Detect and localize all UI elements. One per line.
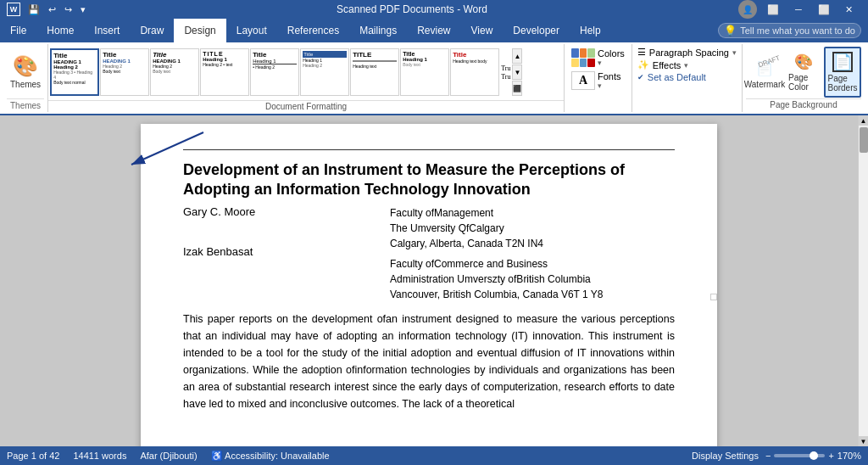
undo-button[interactable]: ↩: [46, 3, 58, 17]
colors-label: Colors: [598, 48, 625, 59]
style-body-9: Heading text body: [453, 59, 497, 64]
close-button[interactable]: ✕: [837, 0, 861, 19]
fonts-label-container: Fonts ▾: [598, 71, 621, 90]
watermark-button[interactable]: 📄 DRAFT Watermark: [746, 47, 783, 98]
tab-review[interactable]: Review: [407, 19, 460, 42]
zoom-thumb[interactable]: [810, 451, 818, 460]
page-color-button[interactable]: 🎨 Page Color: [785, 47, 822, 98]
user-avatar: 👤: [738, 0, 757, 19]
scrollbar-thumb[interactable]: [860, 127, 868, 153]
gallery-scroll-up[interactable]: ▲: [512, 48, 522, 64]
set-as-default-button[interactable]: ✔ Set as Default: [637, 72, 737, 82]
main-area: Development of an Instrument to Measure …: [0, 115, 868, 446]
tab-insert[interactable]: Insert: [84, 19, 130, 42]
tab-help[interactable]: Help: [570, 19, 611, 42]
themes-button[interactable]: 🎨 Themes: [7, 46, 44, 97]
minimize-button[interactable]: ─: [787, 0, 810, 19]
style-text-3: Body text: [153, 69, 197, 74]
affiliation1-line3: Calgary, Alberta, Canada T2N IN4: [390, 236, 675, 251]
style-title-3: Title: [153, 51, 197, 59]
style-body-1: Heading 3 • Heading 4: [53, 70, 96, 80]
status-left: Page 1 of 42 14411 words Afar (Djibouti)…: [7, 451, 330, 462]
scrollbar-track[interactable]: [860, 126, 868, 436]
style-divider-7: [353, 60, 397, 62]
tab-file[interactable]: File: [0, 19, 36, 42]
paragraph-spacing-content: ☰ Paragraph Spacing ▾ ✨ Effects ▾ ✔ Set …: [637, 47, 737, 109]
page-corner-mark: [710, 294, 717, 300]
tab-design[interactable]: Design: [174, 19, 225, 42]
style-title-1: Title: [53, 52, 96, 59]
document-page: Development of an Instrument to Measure …: [141, 124, 717, 446]
style-body-2: Body text: [103, 69, 147, 74]
author1-block: Gary C. Moore Izak Benbasat: [183, 205, 373, 302]
style-item-9[interactable]: Title Heading text body: [450, 48, 499, 96]
fonts-button[interactable]: A Fonts ▾: [570, 70, 626, 91]
effects-button[interactable]: ✨ Effects ▾: [637, 59, 737, 70]
title-bar: W 💾 ↩ ↪ ▾ Scanned PDF Documents - Word 👤…: [0, 0, 868, 19]
document-title-line1: Development of an Instrument to Measure …: [183, 161, 625, 178]
accessibility-status[interactable]: ♿ Accessibility: Unavailable: [211, 451, 330, 462]
style-item-8[interactable]: Title Heading 1 Body text: [400, 48, 449, 96]
style-body-text-1: Body text normal: [53, 80, 96, 85]
redo-button[interactable]: ↪: [62, 3, 75, 17]
vertical-scrollbar: ▲ ▼: [858, 115, 868, 446]
style-body-6: Heading 2: [303, 63, 347, 68]
ribbon-content: 🎨 Themes Themes Title HEADING 1 Heading …: [0, 42, 868, 114]
tell-me-container[interactable]: 💡 Tell me what you want to do: [718, 23, 861, 38]
status-bar: Page 1 of 42 14411 words Afar (Djibouti)…: [0, 446, 868, 465]
style-item-5[interactable]: Title Heading 1 • Heading 2: [250, 48, 299, 96]
scroll-up-button[interactable]: ▲: [859, 115, 869, 126]
colors-button[interactable]: Colors ▾: [570, 48, 626, 68]
zoom-level: 170%: [837, 451, 861, 461]
scroll-down-button[interactable]: ▼: [859, 436, 869, 446]
ribbon-group-colors-fonts: Colors ▾ A Fonts ▾: [564, 44, 632, 112]
fonts-label: Fonts: [598, 71, 621, 81]
set-as-default-label: Set as Default: [648, 72, 706, 82]
ribbon-header-right: 💡 Tell me what you want to do: [711, 19, 868, 42]
style-text-7: Heading text: [353, 64, 397, 69]
tab-references[interactable]: References: [277, 19, 349, 42]
style-body-8: Body text: [403, 62, 447, 67]
zoom-out-button[interactable]: −: [765, 451, 771, 461]
ribbon-tabs-bar: File Home Insert Draw Design Layout Refe…: [0, 19, 868, 42]
gallery-scroll-more[interactable]: ⬛: [512, 81, 522, 96]
ribbon-display-button[interactable]: ⬜: [761, 0, 785, 19]
tab-developer[interactable]: Developer: [503, 19, 570, 42]
swatch-yellow: [571, 59, 579, 68]
language-indicator[interactable]: Afar (Djibouti): [140, 451, 197, 461]
swatch-orange: [580, 48, 587, 58]
save-button[interactable]: 💾: [25, 3, 42, 17]
themes-label: Themes: [10, 80, 41, 89]
style-title-8: Title: [403, 51, 447, 57]
tab-view[interactable]: View: [461, 19, 504, 42]
document-title: Development of an Instrument to Measure …: [183, 160, 675, 200]
themes-icon: 🎨: [13, 54, 38, 78]
gallery-scroll-down[interactable]: ▼: [512, 64, 522, 80]
page-borders-label: Page Borders: [828, 74, 858, 92]
maximize-button[interactable]: ⬜: [812, 0, 836, 19]
paragraph-spacing-button[interactable]: ☰ Paragraph Spacing ▾: [637, 47, 737, 58]
display-settings[interactable]: Display Settings: [692, 451, 759, 461]
zoom-in-button[interactable]: +: [828, 451, 833, 461]
style-item-7[interactable]: TITLE Heading text: [350, 48, 399, 96]
style-heading-5: Heading 1: [253, 59, 297, 64]
user-account-button[interactable]: 👤: [736, 0, 760, 19]
tab-draw[interactable]: Draw: [130, 19, 174, 42]
style-item-6[interactable]: Title Heading 1 Heading 2: [300, 48, 349, 96]
style-item-1[interactable]: Title HEADING 1 Heading 2 Heading 3 • He…: [50, 48, 99, 96]
customize-quick-access-button[interactable]: ▾: [78, 3, 88, 17]
tab-layout[interactable]: Layout: [226, 19, 277, 42]
page-background-content: 📄 DRAFT Watermark 🎨 Page Color 📄 Page Bo…: [746, 46, 861, 98]
paragraph-spacing-arrow: ▾: [732, 48, 737, 57]
style-item-3[interactable]: Title HEADING 1 Heading 2 Body text: [150, 48, 199, 96]
tab-mailings[interactable]: Mailings: [349, 19, 407, 42]
paragraph-spacing-icon: ☰: [637, 47, 646, 58]
style-item-4[interactable]: TITLE Heading 1 Heading 2 • text: [200, 48, 249, 96]
zoom-slider[interactable]: [774, 454, 825, 457]
page-borders-button[interactable]: 📄 Page Borders: [824, 47, 861, 98]
style-item-2[interactable]: Title HEADING 1 Heading 2 Body text: [100, 48, 149, 96]
ribbon-group-page-background: 📄 DRAFT Watermark 🎨 Page Color 📄 Page Bo…: [743, 44, 865, 112]
zoom-bar: − + 170%: [765, 451, 861, 461]
tab-home[interactable]: Home: [36, 19, 84, 42]
colors-label-container: Colors ▾: [598, 48, 625, 67]
